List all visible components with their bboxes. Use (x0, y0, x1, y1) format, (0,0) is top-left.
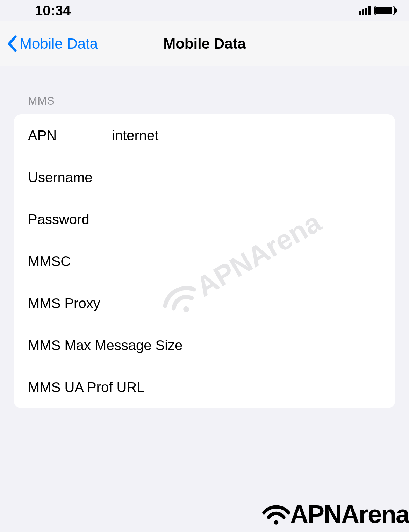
section-header-mms: MMS (14, 66, 395, 114)
label-password: Password (28, 212, 112, 227)
page-title: Mobile Data (163, 35, 246, 52)
label-mmsc: MMSC (28, 254, 112, 269)
label-mms-ua-prof: MMS UA Prof URL (28, 380, 144, 395)
status-bar: 10:34 (0, 0, 409, 21)
row-mms-max-size[interactable]: MMS Max Message Size (14, 324, 395, 366)
watermark-bottom: APNArena (260, 500, 409, 529)
input-mmsc[interactable] (112, 254, 381, 269)
row-apn[interactable]: APN (14, 114, 395, 156)
status-time: 10:34 (35, 3, 71, 19)
content-area: MMS APN Username Password MMSC MMS Proxy… (0, 66, 409, 408)
back-button[interactable]: Mobile Data (0, 35, 98, 52)
row-username[interactable]: Username (14, 156, 395, 198)
input-mms-proxy[interactable] (112, 296, 381, 311)
status-indicators (359, 6, 395, 15)
input-password[interactable] (112, 212, 381, 227)
input-apn[interactable] (112, 128, 381, 143)
watermark-bottom-text: APNArena (290, 500, 409, 529)
label-username: Username (28, 170, 112, 185)
battery-icon (374, 6, 395, 15)
row-mms-proxy[interactable]: MMS Proxy (14, 282, 395, 324)
label-mms-proxy: MMS Proxy (28, 296, 112, 311)
settings-group-mms: APN Username Password MMSC MMS Proxy MMS… (14, 114, 395, 408)
label-mms-max-size: MMS Max Message Size (28, 338, 182, 353)
row-mmsc[interactable]: MMSC (14, 240, 395, 282)
row-password[interactable]: Password (14, 198, 395, 240)
svg-point-1 (274, 520, 278, 525)
label-apn: APN (28, 128, 112, 143)
signal-icon (359, 6, 371, 15)
input-mms-max-size[interactable] (182, 338, 381, 353)
navigation-bar: Mobile Data Mobile Data (0, 21, 409, 66)
input-username[interactable] (112, 170, 381, 185)
chevron-left-icon (7, 35, 17, 52)
row-mms-ua-prof[interactable]: MMS UA Prof URL (14, 366, 395, 408)
wifi-icon (260, 502, 292, 526)
back-label: Mobile Data (20, 35, 98, 52)
input-mms-ua-prof[interactable] (144, 380, 381, 395)
